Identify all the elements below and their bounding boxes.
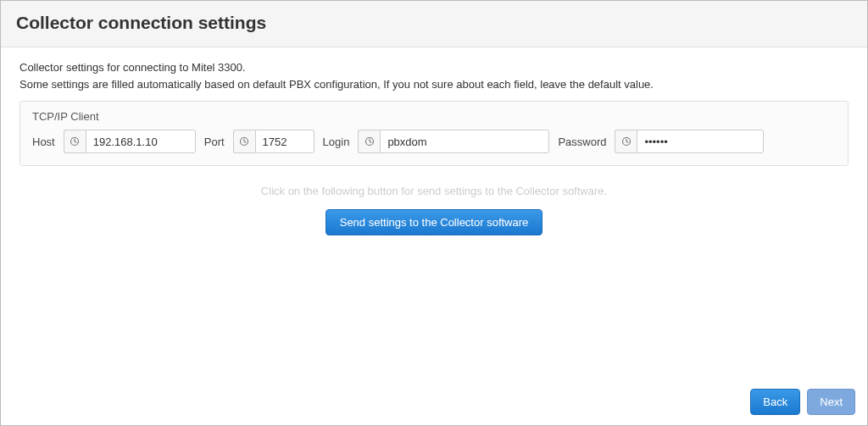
back-button[interactable]: Back	[750, 389, 800, 415]
hint-text: Click on the following button for send s…	[19, 185, 849, 197]
footer-buttons: Back Next	[750, 389, 855, 415]
login-input-wrap	[358, 130, 549, 153]
clock-icon	[358, 130, 380, 153]
page-title: Collector connection settings	[16, 13, 852, 33]
tcp-ip-panel: TCP/IP Client Host Port Login	[19, 101, 849, 166]
clock-icon	[233, 130, 255, 153]
header: Collector connection settings	[1, 1, 867, 47]
login-input[interactable]	[380, 130, 549, 153]
next-button[interactable]: Next	[807, 389, 855, 415]
password-input[interactable]	[637, 130, 764, 153]
clock-icon	[615, 130, 637, 153]
host-input[interactable]	[86, 130, 196, 153]
content: Collector settings for connecting to Mit…	[1, 47, 867, 247]
port-input-wrap	[233, 130, 314, 153]
send-button-row: Send settings to the Collector software	[19, 209, 849, 235]
port-input[interactable]	[255, 130, 314, 153]
host-input-wrap	[64, 130, 196, 153]
login-label: Login	[323, 136, 350, 148]
field-row: Host Port Login Passwor	[32, 130, 836, 153]
clock-icon	[64, 130, 86, 153]
password-label: Password	[558, 136, 606, 148]
port-label: Port	[204, 136, 225, 148]
password-input-wrap	[615, 130, 764, 153]
intro-line2: Some settings are filled automatically b…	[19, 76, 849, 93]
intro-line1: Collector settings for connecting to Mit…	[19, 59, 849, 76]
send-settings-button[interactable]: Send settings to the Collector software	[326, 209, 543, 235]
panel-title: TCP/IP Client	[32, 110, 836, 123]
host-label: Host	[32, 136, 55, 148]
intro-text: Collector settings for connecting to Mit…	[19, 59, 849, 92]
